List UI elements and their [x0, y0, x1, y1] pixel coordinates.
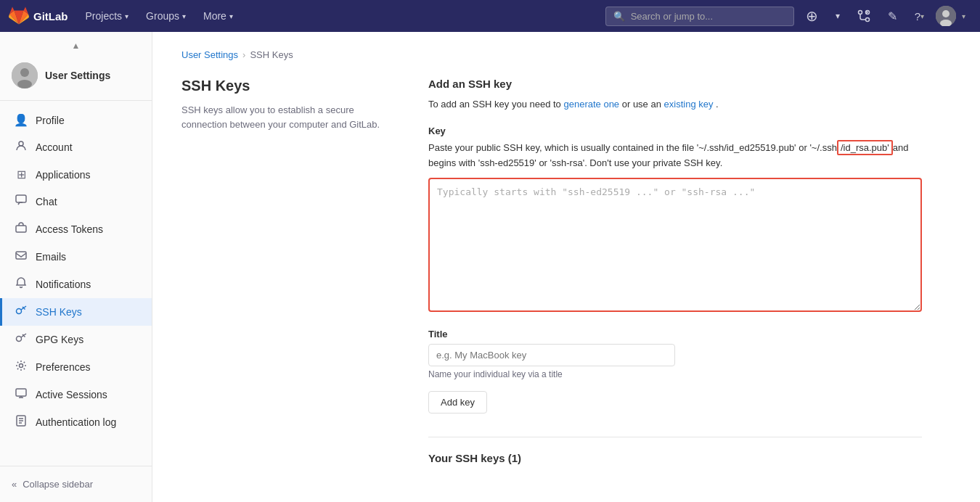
title-hint: Name your individual key via a title [428, 369, 922, 379]
gitlab-logo[interactable]: GitLab [9, 6, 68, 26]
chat-icon [14, 194, 28, 209]
search-bar[interactable]: 🔍 Search or jump to... [605, 7, 794, 26]
page-description: SSH keys allow you to establish a secure… [181, 103, 385, 131]
sidebar-item-chat[interactable]: Chat [0, 188, 152, 215]
sidebar-item-gpg-keys[interactable]: GPG Keys [0, 326, 152, 353]
sidebar-item-emails[interactable]: Emails [0, 243, 152, 271]
svg-rect-16 [16, 389, 26, 396]
sidebar-scroll-up[interactable]: ▲ [0, 38, 152, 54]
svg-rect-11 [16, 226, 26, 232]
preferences-icon [14, 360, 28, 374]
svg-point-1 [865, 18, 869, 22]
sidebar-header: User Settings [0, 54, 152, 101]
sidebar-item-notifications[interactable]: Notifications [0, 271, 152, 298]
sidebar-item-active-sessions[interactable]: Active Sessions [0, 381, 152, 408]
svg-point-9 [19, 141, 23, 146]
breadcrumb-parent[interactable]: User Settings [181, 49, 238, 60]
svg-rect-10 [16, 195, 26, 202]
page-title: SSH Keys [181, 78, 385, 94]
section-divider [428, 437, 922, 437]
sidebar-item-preferences[interactable]: Preferences [0, 353, 152, 381]
sidebar: ▲ User Settings 👤 Profile [0, 32, 152, 502]
sidebar-nav: 👤 Profile Account ⊞ Applications [0, 101, 152, 442]
breadcrumb-separator: › [242, 49, 245, 60]
user-avatar[interactable] [936, 6, 956, 26]
highlighted-file-path: /id_rsa.pub' [837, 140, 893, 155]
sidebar-item-ssh-keys[interactable]: SSH Keys [0, 298, 152, 326]
user-dropdown-chevron[interactable]: ▾ [962, 9, 971, 23]
ssh-keys-icon [14, 305, 28, 319]
title-input[interactable] [428, 344, 675, 366]
merge-requests-icon[interactable] [852, 7, 876, 25]
nav-groups[interactable]: Groups ▾ [140, 7, 192, 25]
groups-chevron: ▾ [182, 12, 186, 20]
applications-icon: ⊞ [14, 168, 28, 181]
svg-point-7 [20, 68, 29, 77]
new-dropdown[interactable]: ▾ [830, 8, 846, 24]
title-label: Title [428, 329, 922, 340]
sidebar-bottom: « Collapse sidebar [0, 466, 152, 502]
profile-icon: 👤 [14, 113, 28, 127]
search-icon: 🔍 [613, 11, 625, 22]
svg-rect-12 [16, 252, 26, 259]
sidebar-item-account[interactable]: Account [0, 133, 152, 161]
breadcrumb: User Settings › SSH Keys [181, 49, 951, 60]
svg-point-8 [17, 80, 32, 89]
top-navigation: GitLab Projects ▾ Groups ▾ More ▾ 🔍 Sear… [0, 0, 980, 32]
svg-point-4 [942, 10, 950, 17]
svg-point-0 [858, 11, 862, 15]
svg-point-15 [20, 364, 23, 368]
collapse-sidebar-button[interactable]: « Collapse sidebar [0, 472, 152, 496]
breadcrumb-current: SSH Keys [250, 49, 293, 60]
generate-one-link[interactable]: generate one [563, 99, 619, 110]
your-ssh-keys-title: Your SSH keys (1) [428, 452, 922, 464]
collapse-icon: « [12, 479, 17, 490]
nav-more[interactable]: More ▾ [197, 7, 239, 25]
projects-chevron: ▾ [125, 12, 128, 20]
add-key-description: To add an SSH key you need to generate o… [428, 97, 922, 112]
sidebar-title: User Settings [45, 70, 110, 81]
main-content: User Settings › SSH Keys SSH Keys SSH ke… [152, 32, 980, 502]
sidebar-item-applications[interactable]: ⊞ Applications [0, 161, 152, 188]
help-icon[interactable]: ? ▾ [909, 7, 930, 25]
page-right-panel: Add an SSH key To add an SSH key you nee… [428, 78, 922, 464]
add-ssh-key-title: Add an SSH key [428, 78, 922, 90]
key-textarea[interactable] [428, 178, 922, 312]
notifications-icon [14, 277, 28, 292]
gitlab-logo-icon [9, 6, 29, 26]
sidebar-item-access-tokens[interactable]: Access Tokens [0, 215, 152, 243]
existing-key-link[interactable]: existing key [664, 99, 714, 110]
auth-log-icon [14, 415, 28, 429]
title-form-group: Title Name your individual key via a tit… [428, 329, 922, 379]
active-sessions-icon [14, 387, 28, 402]
sidebar-item-profile[interactable]: 👤 Profile [0, 107, 152, 133]
add-key-button[interactable]: Add key [428, 391, 487, 413]
sidebar-item-auth-log[interactable]: Authentication log [0, 408, 152, 436]
emails-icon [14, 250, 28, 264]
svg-point-13 [17, 309, 22, 314]
gpg-keys-icon [14, 332, 28, 347]
svg-point-14 [17, 337, 22, 342]
key-description: Paste your public SSH key, which is usua… [428, 141, 922, 171]
page-left-panel: SSH Keys SSH keys allow you to establish… [181, 78, 385, 464]
create-button[interactable]: ⊕ [800, 4, 824, 28]
key-label: Key [428, 126, 922, 136]
issues-icon[interactable]: ✎ [882, 7, 903, 26]
nav-projects[interactable]: Projects ▾ [80, 7, 135, 25]
more-chevron: ▾ [229, 12, 233, 20]
access-tokens-icon [14, 222, 28, 236]
account-icon [14, 140, 28, 155]
sidebar-avatar [12, 62, 38, 89]
gitlab-logo-text: GitLab [33, 10, 68, 22]
